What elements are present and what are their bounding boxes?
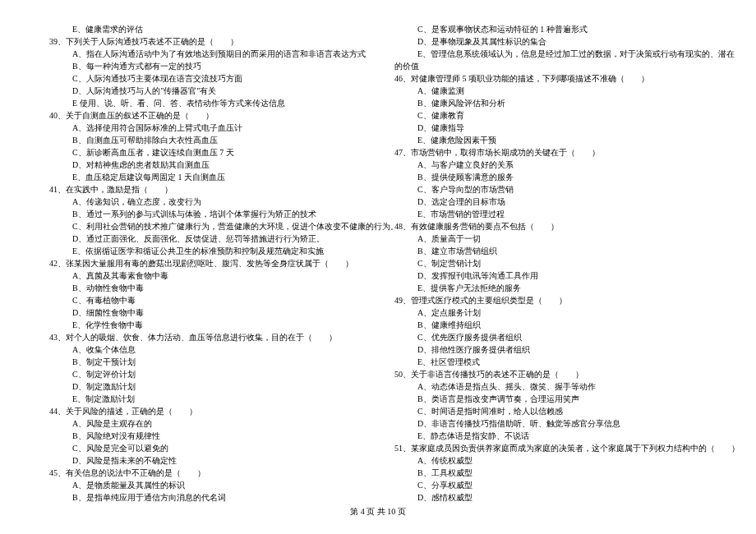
page-footer: 第 4 页 共 10 页 xyxy=(0,506,756,518)
q47-stem: 47、市场营销中，取得市场长期成功的关键在于（ ） xyxy=(394,146,707,159)
q41-opt-d: D、通过正面强化、反面强化、反馈促进、惩罚等措施进行行为矫正。 xyxy=(49,232,362,245)
q44-opt-a: A、风险是主观存在的 xyxy=(49,417,362,430)
q40-stem: 40、关于自测血压的叙述不正确的是（ ） xyxy=(49,109,362,122)
q46-opt-e: E、健康危险因素干预 xyxy=(394,134,707,146)
q46-opt-d: D、健康指导 xyxy=(394,122,707,134)
q51-stem: 51、某家庭成员因负责供养家庭而成为家庭的决策者，这个家庭属于下列权力结构中的（… xyxy=(394,442,707,454)
q45-opt-e: E、管理信息系统领域认为，信息是经过加工过的数据，对于决策或行动有现实的、潜在 xyxy=(394,48,707,60)
q39-opt-c: C、人际沟通技巧主要体现在语言交流技巧方面 xyxy=(49,72,362,85)
q43-stem: 43、对个人的吸烟、饮食、体力活动、血压等信息进行收集，目的在于（ ） xyxy=(49,331,362,343)
q50-opt-a: A、动态体语是指点头、摇头、微笑、握手等动作 xyxy=(394,380,707,393)
q42-opt-b: B、动物性食物中毒 xyxy=(49,282,362,294)
q42-stem: 42、张某因大量服用有毒的蘑菇出现剧烈呕吐、腹泻、发热等全身症状属于（ ） xyxy=(49,257,362,269)
q39-stem: 39、下列关于人际沟通技巧表述不正确的是（ ） xyxy=(49,35,362,48)
q40-opt-b: B、自测血压可帮助排除白大衣性高血压 xyxy=(49,134,362,146)
q50-opt-b: B、类语言是指改变声调节奏，合理运用笑声 xyxy=(394,393,707,405)
q42-opt-d: D、细菌性食物中毒 xyxy=(49,306,362,319)
q47-opt-e: E、市场营销的管理过程 xyxy=(394,208,707,220)
q49-opt-c: C、优先医疗服务提供者组织 xyxy=(394,331,707,343)
q41-opt-e: E、依据循证医学和循证公共卫生的标准预防和控制及规范确定和实施 xyxy=(49,245,362,257)
q44-opt-c: C、风险是完全可以避免的 xyxy=(49,442,362,454)
q49-opt-d: D、排他性医疗服务提供者组织 xyxy=(394,343,707,356)
q44-stem: 44、关于风险的描述，正确的是（ ） xyxy=(49,405,362,417)
q40-opt-c: C、新诊断高血压者，建议连续自测血压 7 天 xyxy=(49,146,362,159)
q49-opt-e: E、社区管理模式 xyxy=(394,356,707,368)
q49-opt-b: B、健康维持组织 xyxy=(394,319,707,331)
q42-opt-e: E、化学性食物中毒 xyxy=(49,319,362,331)
q45-opt-a: A、是物质能量及其属性的标识 xyxy=(49,479,362,491)
q48-opt-a: A、质量高于一切 xyxy=(394,232,707,245)
right-column: C、是客观事物状态和运动特征的 1 种普遍形式 D、是事物现象及其属性标识的集合… xyxy=(394,23,707,504)
q45-opt-c: C、是客观事物状态和运动特征的 1 种普遍形式 xyxy=(394,23,707,35)
q47-opt-a: A、与客户建立良好的关系 xyxy=(394,159,707,171)
q45-opt-d: D、是事物现象及其属性标识的集合 xyxy=(394,35,707,48)
q50-stem: 50、关于非语言传播技巧的表述不正确的是（ ） xyxy=(394,368,707,380)
q41-stem: 41、在实践中，激励是指（ ） xyxy=(49,183,362,196)
q49-opt-a: A、定点服务计划 xyxy=(394,306,707,319)
q39-opt-b: B、每一种沟通方式都有一定的技巧 xyxy=(49,60,362,72)
q45-opt-e-cont: 的价值 xyxy=(394,60,707,72)
q51-opt-d: D、感情权威型 xyxy=(394,491,707,504)
q51-opt-b: B、工具权威型 xyxy=(394,467,707,479)
q42-opt-c: C、有毒植物中毒 xyxy=(49,294,362,306)
q46-opt-b: B、健康风险评估和分析 xyxy=(394,97,707,109)
q40-opt-d: D、对精神焦虑的患者鼓励其自测血压 xyxy=(49,159,362,171)
q51-opt-c: C、分享权威型 xyxy=(394,479,707,491)
q41-opt-b: B、通过一系列的参与式训练与体验，培训个体掌握行为矫正的技术 xyxy=(49,208,362,220)
q43-opt-b: B、制定干预计划 xyxy=(49,356,362,368)
q48-opt-b: B、建立市场营销组织 xyxy=(394,245,707,257)
q40-opt-e: E、血压稳定后建议每周固定 1 天自测血压 xyxy=(49,171,362,183)
q46-opt-c: C、健康教育 xyxy=(394,109,707,122)
q43-opt-a: A、收集个体信息 xyxy=(49,343,362,356)
q46-opt-a: A、健康监测 xyxy=(394,85,707,97)
q45-stem: 45、有关信息的说法中不正确的是（ ） xyxy=(49,467,362,479)
q50-opt-c: C、时间语是指时间准时，给人以信赖感 xyxy=(394,405,707,417)
q50-opt-d: D、非语言传播技巧指借助听、听、触觉等感官分享信息 xyxy=(394,417,707,430)
q43-opt-d: D、制定激励计划 xyxy=(49,380,362,393)
q40-opt-a: A、选择使用符合国际标准的上臂式电子血压计 xyxy=(49,122,362,134)
q48-stem: 48、有效健康服务营销的要点不包括（ ） xyxy=(394,220,707,232)
q51-opt-a: A、传统权威型 xyxy=(394,454,707,467)
q45-opt-b: B、是指单纯应用于通信方向消息的代名词 xyxy=(49,491,362,504)
q50-opt-e: E、静态体语是指安静、不说话 xyxy=(394,430,707,442)
q44-opt-b: B、风险绝对没有规律性 xyxy=(49,430,362,442)
q48-opt-d: D、发挥报刊电讯等沟通工具作用 xyxy=(394,269,707,282)
q39-opt-d: D、人际沟通技巧与人的"传播器官"有关 xyxy=(49,85,362,97)
q39-opt-e: E 使用、说、听、看、问、答、表情动作等方式来传达信息 xyxy=(49,97,362,109)
q43-opt-e: E、制定激励计划 xyxy=(49,393,362,405)
q39-opt-a: A、指在人际沟通活动中为了有效地达到预期目的而采用的语言和非语言表达方式 xyxy=(49,48,362,60)
q41-opt-c: C、利用社会营销的技术推广健康行为，营造健康的大环境，促进个体改变不健康的行为。 xyxy=(49,220,362,232)
q47-opt-b: B、提供使顾客满意的服务 xyxy=(394,171,707,183)
q46-stem: 46、对健康管理师 5 项职业功能的描述，下列哪项描述不准确（ ） xyxy=(394,72,707,85)
q38-opt-e: E、健康需求的评估 xyxy=(49,23,362,35)
q49-stem: 49、管理式医疗模式的主要组织类型是（ ） xyxy=(394,294,707,306)
q47-opt-c: C、客户导向型的市场营销 xyxy=(394,183,707,196)
q44-opt-d: D、风险是指未来的不确定性 xyxy=(49,454,362,467)
q47-opt-d: D、选定合理的目标市场 xyxy=(394,196,707,208)
q48-opt-c: C、制定营销计划 xyxy=(394,257,707,269)
q42-opt-a: A、真菌及其毒素食物中毒 xyxy=(49,269,362,282)
q41-opt-a: A、传递知识，确立态度，改变行为 xyxy=(49,196,362,208)
q43-opt-c: C、制定评价计划 xyxy=(49,368,362,380)
left-column: E、健康需求的评估 39、下列关于人际沟通技巧表述不正确的是（ ） A、指在人际… xyxy=(49,23,362,504)
q48-opt-e: E、提供客户无法拒绝的服务 xyxy=(394,282,707,294)
